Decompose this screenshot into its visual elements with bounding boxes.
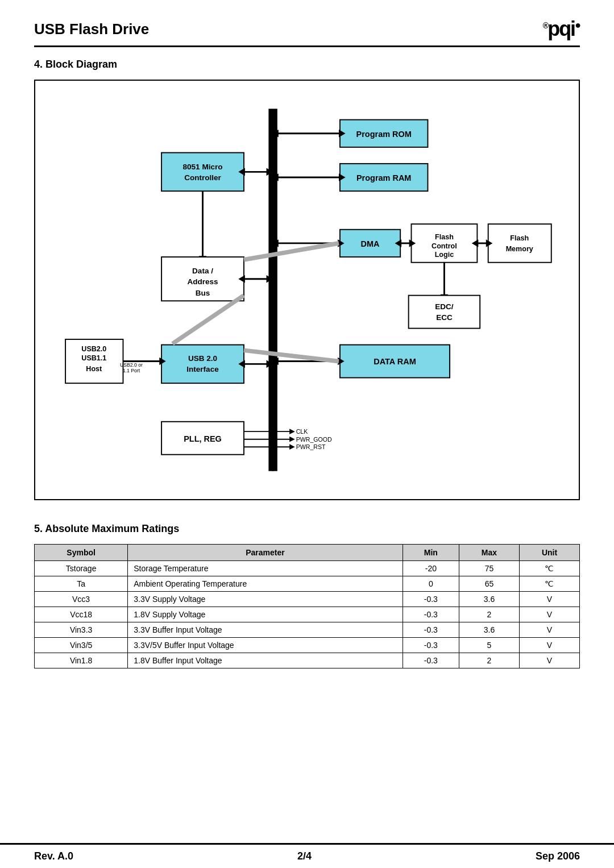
table-cell: -0.3 xyxy=(403,622,459,638)
page-footer: Rev. A.0 2/4 Sep 2006 xyxy=(0,843,614,868)
table-cell: V xyxy=(519,622,579,638)
pll-reg-label: PLL, REG xyxy=(184,434,222,443)
table-cell: Vcc3 xyxy=(35,592,128,607)
block-diagram-container: Program ROM Program RAM 8051 Micro Contr… xyxy=(34,80,580,500)
table-cell: Ambient Operating Temperature xyxy=(128,576,403,592)
table-cell: 75 xyxy=(459,561,519,576)
col-min: Min xyxy=(403,545,459,561)
usb-host-label1: USB2.0 xyxy=(81,345,106,353)
table-header-row: Symbol Parameter Min Max Unit xyxy=(35,545,580,561)
table-cell: 3.6 xyxy=(459,592,519,607)
data-address-label2: Address xyxy=(187,277,218,286)
table-cell: 1.8V Buffer Input Voltage xyxy=(128,653,403,668)
table-cell: V xyxy=(519,638,579,653)
ratings-heading: 5. Absolute Maximum Ratings xyxy=(34,523,580,535)
flash-control-label3: Logic xyxy=(435,251,454,259)
gray-arrow-usb-dr xyxy=(244,350,339,361)
table-cell: -0.3 xyxy=(403,638,459,653)
gray-arrow-dab-usb xyxy=(172,296,244,344)
dma-label: DMA xyxy=(361,239,380,248)
table-row: TstorageStorage Temperature-2075℃ xyxy=(35,561,580,576)
table-cell: Vcc18 xyxy=(35,607,128,622)
data-ram-label: DATA RAM xyxy=(374,357,416,366)
data-address-label3: Bus xyxy=(196,289,210,297)
table-cell: 2 xyxy=(459,653,519,668)
table-cell: Vin1.8 xyxy=(35,653,128,668)
edc-label: EDC/ xyxy=(435,302,454,311)
page-title: USB Flash Drive xyxy=(34,20,149,38)
program-ram-label: Program RAM xyxy=(356,173,411,182)
flash-control-label2: Control xyxy=(432,242,457,250)
clk-label: CLK xyxy=(296,428,308,435)
micro-controller-label1: 8051 Micro xyxy=(183,163,223,171)
logo-dot: ● xyxy=(575,19,580,31)
table-row: Vin3.33.3V Buffer Input Voltage-0.33.6V xyxy=(35,622,580,638)
usb-host-label2: USB1.1 xyxy=(81,354,106,362)
table-cell: Tstorage xyxy=(35,561,128,576)
table-cell: -0.3 xyxy=(403,592,459,607)
flash-memory-box xyxy=(488,224,551,263)
micro-controller-box xyxy=(161,153,244,192)
arrowhead-pll-pwrgood xyxy=(289,437,295,442)
flash-memory-label2: Memory xyxy=(506,245,533,253)
table-cell: -0.3 xyxy=(403,653,459,668)
col-symbol: Symbol xyxy=(35,545,128,561)
table-row: TaAmbient Operating Temperature065℃ xyxy=(35,576,580,592)
table-cell: V xyxy=(519,607,579,622)
table-cell: -0.3 xyxy=(403,607,459,622)
usb-interface-box xyxy=(161,345,244,384)
table-row: Vcc33.3V Supply Voltage-0.33.6V xyxy=(35,592,580,607)
edc-ecc-box xyxy=(409,296,480,329)
logo-reg: ® xyxy=(543,21,547,30)
table-cell: Vin3/5 xyxy=(35,638,128,653)
table-cell: 65 xyxy=(459,576,519,592)
gray-arrow-dab-dma xyxy=(244,243,339,260)
pwr-good-label: PWR_GOOD xyxy=(296,436,332,443)
data-address-label1: Data / xyxy=(192,267,213,275)
table-cell: 2 xyxy=(459,607,519,622)
table-cell: 0 xyxy=(403,576,459,592)
table-cell: 3.3V Supply Voltage xyxy=(128,592,403,607)
arrowhead-pll-clk xyxy=(289,429,295,434)
table-cell: ℃ xyxy=(519,561,579,576)
table-cell: ℃ xyxy=(519,576,579,592)
col-unit: Unit xyxy=(519,545,579,561)
block-diagram-svg: Program ROM Program RAM 8051 Micro Contr… xyxy=(47,98,567,482)
table-cell: Ta xyxy=(35,576,128,592)
vertical-bus xyxy=(268,109,277,471)
table-cell: V xyxy=(519,592,579,607)
table-cell: 5 xyxy=(459,638,519,653)
ratings-table: Symbol Parameter Min Max Unit TstorageSt… xyxy=(34,544,580,668)
usb-interface-label1: USB 2.0 xyxy=(188,354,217,363)
pwr-rst-label: PWR_RST xyxy=(296,443,326,450)
usb-port-label2: 1.1 Port xyxy=(123,368,140,373)
page-header: USB Flash Drive ®pqi● xyxy=(34,17,580,47)
table-cell: 3.3V Buffer Input Voltage xyxy=(128,622,403,638)
table-cell: Vin3.3 xyxy=(35,622,128,638)
ratings-table-body: TstorageStorage Temperature-2075℃TaAmbie… xyxy=(35,561,580,668)
micro-controller-label2: Controller xyxy=(184,173,221,182)
table-cell: Storage Temperature xyxy=(128,561,403,576)
flash-control-label1: Flash xyxy=(435,233,454,241)
arrowhead-pll-pwrrst xyxy=(289,444,295,450)
table-row: Vcc181.8V Supply Voltage-0.32V xyxy=(35,607,580,622)
table-cell: 3.3V/5V Buffer Input Voltage xyxy=(128,638,403,653)
table-row: Vin1.81.8V Buffer Input Voltage-0.32V xyxy=(35,653,580,668)
ratings-section: 5. Absolute Maximum Ratings Symbol Param… xyxy=(34,523,580,668)
table-cell: -20 xyxy=(403,561,459,576)
block-diagram-section: 4. Block Diagram Program ROM Program RAM xyxy=(34,59,580,500)
flash-memory-label1: Flash xyxy=(510,234,529,242)
usb-interface-label2: Interface xyxy=(186,365,219,373)
program-rom-label: Program ROM xyxy=(356,130,412,139)
col-parameter: Parameter xyxy=(128,545,403,561)
ecc-label: ECC xyxy=(436,313,453,322)
col-max: Max xyxy=(459,545,519,561)
table-row: Vin3/53.3V/5V Buffer Input Voltage-0.35V xyxy=(35,638,580,653)
table-cell: 1.8V Supply Voltage xyxy=(128,607,403,622)
footer-rev: Rev. A.0 xyxy=(34,850,73,862)
logo: ®pqi● xyxy=(543,17,580,41)
table-cell: V xyxy=(519,653,579,668)
block-diagram-heading: 4. Block Diagram xyxy=(34,59,580,70)
footer-date: Sep 2006 xyxy=(536,850,580,862)
table-cell: 3.6 xyxy=(459,622,519,638)
